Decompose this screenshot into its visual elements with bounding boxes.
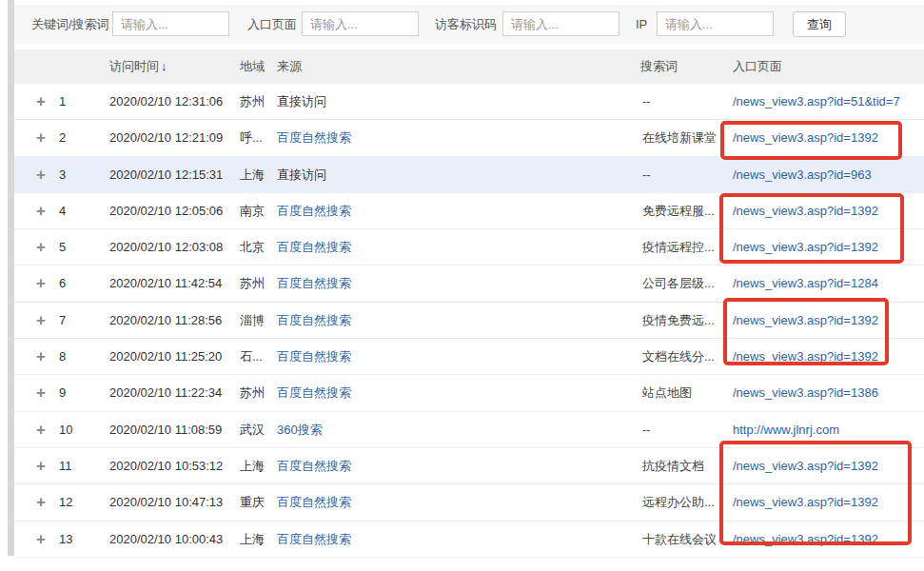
expand-row-icon[interactable]: + — [36, 157, 46, 192]
region: 上海 — [240, 448, 265, 483]
source-link[interactable]: 百度自然搜索 — [277, 484, 351, 520]
row-number: 11 — [59, 448, 72, 483]
entry-page-link[interactable]: /news_view3.asp?id=1392 — [733, 448, 878, 483]
entry-page-link[interactable]: /news_view3.asp?id=1386 — [733, 375, 878, 410]
source-link[interactable]: 百度自然搜索 — [277, 229, 351, 265]
entry-page-link[interactable]: /news_view3.asp?id=1392 — [733, 193, 878, 228]
table-header: 访问时间↓ 地域 来源 搜索词 入口页面 — [14, 49, 924, 85]
column-visit-time[interactable]: 访问时间↓ — [109, 49, 167, 84]
expand-row-icon[interactable]: + — [36, 84, 46, 119]
column-entry-page: 入口页面 — [733, 49, 782, 84]
region: 南京 — [240, 193, 265, 228]
entry-page-link[interactable]: /news_view3.asp?id=1392 — [733, 229, 878, 265]
expand-row-icon[interactable]: + — [36, 229, 46, 265]
visit-time: 2020/02/10 12:03:08 — [109, 229, 223, 265]
visitor-id-filter-input[interactable] — [502, 11, 619, 36]
expand-row-icon[interactable]: + — [36, 412, 46, 447]
row-number: 13 — [59, 522, 72, 557]
entry-page-link[interactable]: /news_view3.asp?id=1392 — [733, 484, 878, 520]
row-number: 1 — [59, 84, 66, 119]
region: 上海 — [240, 157, 265, 192]
region: 武汉 — [240, 412, 265, 447]
table-row: +72020/02/10 11:28:56淄博百度自然搜索疫情免费远.../ne… — [14, 303, 924, 339]
source-link[interactable]: 360搜索 — [277, 412, 323, 447]
entry-page-link[interactable]: /news_view3.asp?id=1392 — [733, 120, 878, 155]
search-term: 疫情远程控... — [642, 229, 715, 265]
search-term: -- — [642, 412, 651, 447]
table-row: +42020/02/10 12:05:06南京百度自然搜索免费远程服.../ne… — [14, 193, 924, 229]
entry-page-link[interactable]: /news_view3.asp?id=1284 — [733, 266, 878, 301]
expand-row-icon[interactable]: + — [36, 448, 46, 483]
region: 北京 — [240, 229, 265, 265]
search-term: 在线培新课堂 — [642, 120, 717, 155]
table-row: +12020/02/10 12:31:06苏州直接访问--/news_view3… — [14, 84, 924, 120]
visit-time: 2020/02/10 11:28:56 — [109, 303, 222, 338]
visit-time: 2020/02/10 12:31:06 — [109, 84, 223, 119]
source-link[interactable]: 百度自然搜索 — [277, 193, 351, 228]
row-number: 10 — [59, 412, 72, 447]
search-term: -- — [642, 157, 651, 192]
table-row: +52020/02/10 12:03:08北京百度自然搜索疫情远程控.../ne… — [14, 229, 924, 266]
source-link[interactable]: 百度自然搜索 — [277, 448, 351, 483]
table-row: +132020/02/10 10:00:43上海百度自然搜索十款在线会议/new… — [14, 522, 924, 558]
expand-row-icon[interactable]: + — [36, 375, 46, 410]
visit-time: 2020/02/10 11:25:20 — [109, 339, 222, 374]
keyword-filter-label: 关键词/搜索词 — [31, 5, 109, 44]
page-scroll-strip — [8, 0, 14, 556]
keyword-filter-input[interactable] — [112, 11, 229, 36]
expand-row-icon[interactable]: + — [36, 522, 46, 557]
visitor-id-filter-label: 访客标识码 — [435, 5, 497, 44]
search-term: 站点地图 — [642, 375, 692, 410]
search-term: 十款在线会议 — [642, 522, 717, 557]
expand-row-icon[interactable]: + — [36, 120, 46, 155]
expand-row-icon[interactable]: + — [36, 339, 46, 374]
entry-page-link[interactable]: http://www.jlnrj.com — [733, 412, 839, 447]
filter-bar: 关键词/搜索词 入口页面 访客标识码 IP 查询 — [14, 5, 924, 44]
table-row: +32020/02/10 12:15:31上海直接访问--/news_view3… — [14, 157, 924, 193]
search-term: -- — [642, 84, 651, 119]
ip-filter-input[interactable] — [657, 11, 774, 36]
query-button[interactable]: 查询 — [793, 11, 846, 37]
expand-row-icon[interactable]: + — [36, 303, 46, 338]
search-term: 疫情免费远... — [642, 303, 715, 338]
expand-row-icon[interactable]: + — [36, 266, 46, 301]
source-link[interactable]: 百度自然搜索 — [277, 339, 351, 374]
table-row: +22020/02/10 12:21:09呼...百度自然搜索在线培新课堂/ne… — [14, 120, 924, 156]
search-term: 免费远程服... — [642, 193, 715, 228]
region: 苏州 — [240, 375, 265, 410]
entry-page-link[interactable]: /news_view3.asp?id=51&tid=7 — [733, 84, 900, 119]
visit-time: 2020/02/10 10:53:12 — [109, 448, 223, 483]
visit-time: 2020/02/10 10:00:43 — [109, 522, 223, 557]
visit-time: 2020/02/10 12:15:31 — [109, 157, 223, 192]
source-link[interactable]: 百度自然搜索 — [277, 375, 351, 410]
region: 呼... — [240, 120, 263, 155]
source-link[interactable]: 百度自然搜索 — [277, 266, 351, 301]
source-link[interactable]: 百度自然搜索 — [277, 120, 351, 155]
entry-page-filter-label: 入口页面 — [247, 5, 297, 44]
region: 苏州 — [240, 266, 265, 301]
table-row: +82020/02/10 11:25:20石...百度自然搜索文档在线分.../… — [14, 339, 924, 375]
column-visit-time-label: 访问时间 — [109, 59, 159, 73]
search-term: 文档在线分... — [642, 339, 715, 374]
table-row: +92020/02/10 11:22:34苏州百度自然搜索站点地图/news_v… — [14, 375, 924, 411]
row-number: 2 — [59, 120, 66, 155]
region: 石... — [240, 339, 263, 374]
entry-page-link[interactable]: /news_view3.asp?id=1392 — [733, 522, 878, 557]
visit-time: 2020/02/10 11:42:54 — [109, 266, 222, 301]
column-search-term: 搜索词 — [640, 49, 678, 84]
row-number: 7 — [59, 303, 66, 338]
source-link[interactable]: 百度自然搜索 — [277, 522, 351, 557]
expand-row-icon[interactable]: + — [36, 193, 46, 228]
table-row: +62020/02/10 11:42:54苏州百度自然搜索公司各层级.../ne… — [14, 266, 924, 302]
search-term: 远程办公助... — [642, 484, 715, 520]
row-number: 8 — [59, 339, 66, 374]
entry-page-filter-input[interactable] — [302, 11, 419, 36]
entry-page-link[interactable]: /news_view3.asp?id=1392 — [733, 303, 878, 338]
entry-page-link[interactable]: /news_view3.asp?id=963 — [733, 157, 872, 192]
visit-time: 2020/02/10 12:21:09 — [109, 120, 223, 155]
expand-row-icon[interactable]: + — [36, 484, 46, 520]
entry-page-link[interactable]: /news_view3.asp?id=1392 — [733, 339, 878, 374]
source-link[interactable]: 百度自然搜索 — [277, 303, 351, 338]
ip-filter-label: IP — [636, 5, 647, 44]
table-row: +112020/02/10 10:53:12上海百度自然搜索抗疫情文档/news… — [14, 448, 924, 484]
